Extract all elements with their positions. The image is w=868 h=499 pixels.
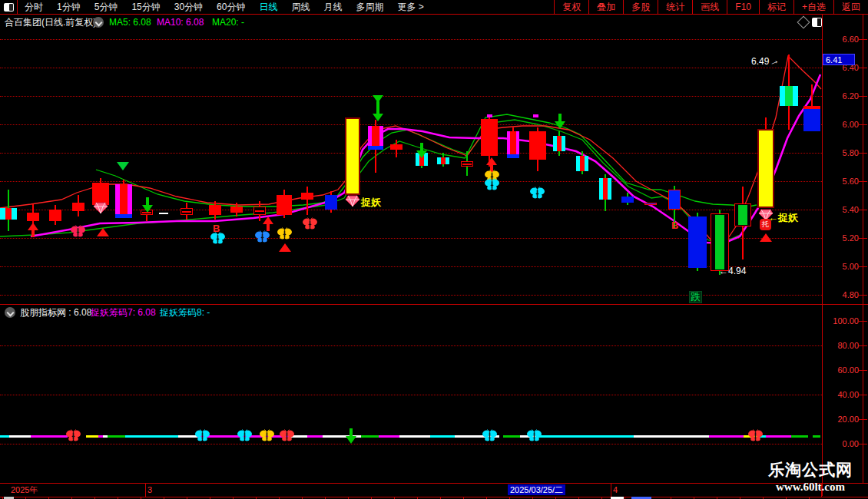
candlestick (668, 190, 681, 210)
button-画线[interactable]: 画线 (692, 0, 727, 14)
button-复权[interactable]: 复权 (554, 0, 588, 14)
butterfly-icon (194, 429, 210, 445)
axis-tick (859, 295, 867, 296)
period-toolbar: 分时1分钟5分钟15分钟30分钟60分钟日线周线月线多周期更多 > 复权叠加多股… (0, 0, 868, 15)
tab-更多 >[interactable]: 更多 > (390, 0, 430, 14)
zhuoyao-signal-label: ←捉妖 (768, 213, 798, 223)
period-tabs: 分时1分钟5分钟15分钟30分钟60分钟日线周线月线多周期更多 > (18, 0, 431, 14)
candlestick (507, 131, 519, 154)
butterfly-icon (254, 230, 270, 246)
chevron-down-icon[interactable] (5, 307, 15, 318)
date-label: 3 (147, 485, 152, 495)
down-arrow-icon (416, 150, 427, 158)
buy-signal-label: B (213, 223, 220, 233)
down-arrow-stem (420, 143, 423, 150)
diamond-icon[interactable] (797, 16, 810, 29)
date-label: 2025年 (11, 485, 38, 495)
axis-tick (859, 153, 867, 154)
butterfly-icon (259, 429, 275, 442)
date-separator (145, 484, 146, 497)
candle-blue-band (115, 214, 132, 218)
indicator-line-segment (86, 435, 98, 438)
candlestick (621, 197, 634, 203)
axis-tick (859, 68, 867, 68)
butterfly-icon (747, 429, 764, 442)
indicator-line8-label: 捉妖筹码8: - (160, 306, 210, 319)
candlestick (115, 184, 132, 214)
candlestick (757, 129, 774, 208)
up-triangle-icon (279, 243, 291, 252)
candlestick (345, 117, 360, 195)
indicator-line-segment (791, 435, 808, 438)
tab-5分钟[interactable]: 5分钟 (88, 0, 125, 14)
butterfly-icon (484, 178, 500, 191)
candlestick (368, 126, 383, 146)
down-triangle-icon (117, 162, 129, 170)
candle-wick (306, 187, 308, 215)
date-separator (611, 484, 611, 497)
price-annotation: 跌 (689, 291, 702, 303)
window-layout-icon[interactable] (0, 0, 18, 14)
price-axis-label: 5.40 (823, 205, 859, 214)
down-arrow-stem (558, 114, 562, 121)
right-edge-rule (863, 15, 863, 483)
button-叠加[interactable]: 叠加 (588, 0, 623, 14)
button-F10[interactable]: F10 (727, 0, 759, 14)
button-多股[interactable]: 多股 (623, 0, 658, 14)
candlestick (390, 144, 403, 150)
butterfly-icon (279, 429, 295, 442)
butterfly-icon (70, 225, 86, 238)
indicator-line-segment (108, 435, 125, 438)
watermark-url: www.60lt.com (757, 480, 864, 494)
butterfly-icon (302, 217, 318, 230)
down-arrow-stem (146, 197, 149, 205)
indicator-line-segment (361, 435, 379, 438)
candlestick (553, 136, 565, 151)
indicator-line-segment (430, 435, 455, 438)
tab-分时[interactable]: 分时 (18, 0, 50, 14)
tab-1分钟[interactable]: 1分钟 (50, 0, 88, 14)
annotation-arrow: → (767, 55, 780, 68)
chevron-down-icon[interactable] (93, 17, 104, 28)
indicator-line-segment (709, 435, 744, 438)
butterfly-icon (259, 429, 275, 445)
tab-60分钟[interactable]: 60分钟 (210, 0, 252, 14)
tab-30分钟[interactable]: 30分钟 (167, 0, 210, 14)
down-arrow-icon (142, 205, 153, 213)
tab-日线[interactable]: 日线 (252, 0, 284, 14)
button-返回[interactable]: 返回 (833, 0, 868, 14)
butterfly-icon (194, 429, 210, 442)
butterfly-icon (65, 429, 81, 442)
candlestick (715, 215, 724, 269)
up-arrow-stem (31, 230, 35, 237)
tab-月线[interactable]: 月线 (316, 0, 349, 14)
candlestick (738, 205, 747, 225)
butterfly-icon (279, 429, 295, 445)
down-arrow-icon (346, 436, 356, 444)
button-统计[interactable]: 统计 (658, 0, 692, 14)
down-arrow-stem (376, 101, 379, 114)
tab-多周期[interactable]: 多周期 (349, 0, 390, 14)
butterfly-icon (482, 429, 498, 442)
butterfly-icon (747, 429, 764, 445)
gridline (0, 395, 822, 395)
button-+自选[interactable]: +自选 (793, 0, 833, 14)
toolbar-right-buttons: 复权叠加多股统计画线F10标记+自选返回 (554, 0, 868, 14)
split-view-icon[interactable] (812, 18, 822, 27)
candlestick (780, 86, 798, 106)
tab-周线[interactable]: 周线 (284, 0, 316, 14)
candlestick (159, 213, 168, 214)
axis-tick (859, 266, 867, 267)
tab-15分钟[interactable]: 15分钟 (124, 0, 167, 14)
axis-tick (859, 39, 867, 40)
butterfly-icon (237, 429, 253, 442)
indicator-plot[interactable] (0, 305, 822, 483)
indicator-line-segment (399, 435, 430, 438)
indicator-axis-label: 100.00 (823, 316, 859, 326)
candlestick (72, 203, 84, 211)
magenta-dot (533, 114, 538, 117)
button-标记[interactable]: 标记 (759, 0, 793, 14)
up-arrow-icon (486, 157, 497, 165)
main-chart-plot[interactable]: BB 托捉妖←捉妖6.49→←4.94跌 (0, 31, 822, 304)
indicator-line-segment (307, 435, 323, 438)
